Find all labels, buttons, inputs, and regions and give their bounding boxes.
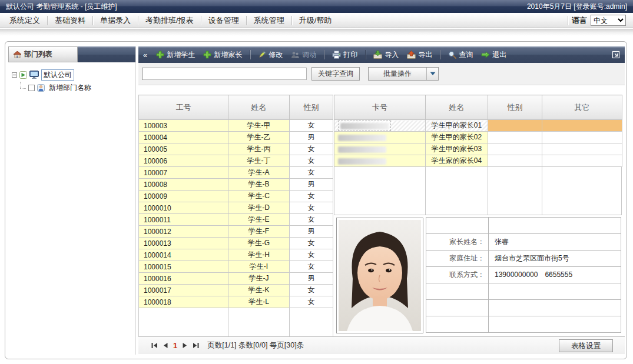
toolbar-button-1[interactable]: 新增家长 [200,49,245,61]
toolbar-button-label: 调动 [302,50,316,60]
app-window: 默认公司 考勤管理系统 - [员工维护] 2010年5月7日 [登录账号:adm… [0,0,633,364]
detail-value: 烟台市芝罘区面市街5号 [489,251,621,267]
tree-node-root[interactable]: 默认公司 [12,69,132,80]
parent-header-name: 姓名 [426,95,488,120]
student-gender-cell: 女 [290,296,333,308]
parent-card-cell [334,155,426,167]
sidebar-header: 部门列表 [8,46,135,62]
student-row[interactable]: 100004学生-乙男 [139,132,333,143]
sidebar-header-fill [78,46,135,62]
toolbar-button-6[interactable]: 导出 [404,49,435,61]
student-gender-cell: 女 [290,191,333,202]
detail-value: 张睿 [489,234,621,251]
student-row[interactable]: 1000012学生-F男 [139,226,333,238]
chevron-down-icon[interactable] [426,68,438,80]
parent-detail-table: 家长姓名：张睿家庭住址：烟台市芝罘区面市街5号联系方式：13900000000 … [426,217,621,333]
toolbar-button-5[interactable]: 导入 [370,49,402,61]
parent-other-cell [542,143,622,155]
tree-expander-icon[interactable] [12,72,17,78]
tree-node-label-company[interactable]: 默认公司 [41,69,74,81]
student-row[interactable]: 1000015学生-I女 [139,261,333,273]
student-row[interactable]: 100007学生-A女 [139,167,333,179]
student-row[interactable]: 100006学生-丁女 [139,155,333,167]
collapse-toolbar-button[interactable]: « [143,51,147,59]
department-sidebar: 部门列表 默认公司 [8,46,136,355]
student-name-cell: 学生-H [228,249,290,261]
menu-item-5[interactable]: 系统管理 [247,13,291,28]
student-row[interactable]: 1000011学生-E女 [139,214,333,226]
tree-checkbox[interactable] [28,85,35,91]
person-icon [37,84,45,92]
student-row[interactable]: 1000013学生-G女 [139,238,333,249]
plus-icon [203,51,211,59]
detail-row [426,218,621,234]
student-gender-cell: 女 [290,261,333,273]
next-page-icon[interactable] [183,343,187,348]
tab-department-list[interactable]: 部门列表 [8,46,78,62]
batch-operation-dropdown[interactable]: 批量操作 [368,67,439,81]
student-row[interactable]: 1000018学生-L女 [139,296,333,308]
student-name-cell: 学生-E [228,214,290,226]
student-id-cell: 100009 [139,191,228,202]
detail-value [489,283,621,300]
parent-row[interactable]: 学生甲的家长03 [334,143,622,155]
parent-row[interactable]: 学生甲的家长02 [334,132,622,143]
parent-row[interactable]: 学生家的家长04 [334,155,622,167]
student-table-empty-area [138,308,333,336]
student-row[interactable]: 1000016学生-J男 [139,273,333,285]
parent-table-header: 卡号 姓名 性别 其它 [334,95,622,120]
last-page-icon[interactable] [193,343,199,348]
student-row[interactable]: 100003学生-甲女 [139,120,333,132]
current-page-number: 1 [173,341,177,350]
enter-arrow-icon [19,71,27,79]
student-row[interactable]: 100005学生-丙女 [139,143,333,155]
pagination-summary: 页数[1/1] 条数[0/0] 每页[30]条 [207,340,304,350]
student-row[interactable]: 100009学生-C女 [139,191,333,202]
toolbar-button-7[interactable]: 查询 [445,49,476,61]
student-name-cell: 学生-丙 [228,143,290,155]
parent-card-cell [334,143,426,155]
toolbar-button-8[interactable]: 退出 [478,49,509,61]
student-row[interactable]: 1000014学生-H女 [139,249,333,261]
tree-node-department[interactable]: 新增部门名称 [20,82,132,93]
tree-node-label-newdept[interactable]: 新增部门名称 [47,83,93,93]
keyword-input[interactable] [142,68,307,80]
toolbar-button-label: 打印 [343,50,357,60]
title-bar: 默认公司 考勤管理系统 - [员工维护] 2010年5月7日 [登录账号:adm… [0,0,633,13]
student-row[interactable]: 1000010学生-D女 [139,202,333,214]
table-settings-button[interactable]: 表格设置 [559,339,613,352]
toolbar-button-2[interactable]: 修改 [255,49,286,61]
detail-label: 家长姓名： [426,234,489,251]
menu-item-1[interactable]: 基础资料 [48,13,92,28]
detail-value [489,300,621,316]
menu-item-3[interactable]: 考勤排班/报表 [138,13,201,28]
menu-item-2[interactable]: 单据录入 [93,13,138,28]
printer-icon [332,51,341,59]
language-select[interactable]: 中文 [591,15,626,26]
toolbar-divider [250,50,250,59]
parent-row[interactable]: 学生甲的家长01 [334,120,622,132]
toolbar-button-label: 导出 [418,50,432,60]
student-row[interactable]: 100008学生-B男 [139,179,333,191]
menu-bar: 系统定义基础资料单据录入考勤排班/报表设备管理系统管理升级/帮助 语言 中文 [0,13,633,28]
student-name-cell: 学生-F [228,226,290,238]
toolbar-button-0[interactable]: 新增学生 [153,49,198,61]
content-area: « 新增学生新增家长修改调动打印导入导出查询退出 关键字查询 批量操作 [138,46,625,356]
menu-item-0[interactable]: 系统定义 [2,13,47,28]
student-gender-cell: 女 [290,249,333,261]
window-restore-icon[interactable] [612,51,620,61]
student-gender-cell: 男 [290,226,333,238]
student-gender-cell: 男 [290,179,333,191]
detail-row: 家长姓名：张睿 [426,234,621,251]
menu-item-6[interactable]: 升级/帮助 [292,13,339,28]
home-icon [14,51,21,58]
blurred-card-number [338,158,386,165]
student-row[interactable]: 1000017学生-K女 [139,285,333,296]
menu-item-4[interactable]: 设备管理 [201,13,246,28]
prev-page-icon[interactable] [163,343,168,348]
first-page-icon[interactable] [151,343,158,348]
parent-other-cell [542,132,622,143]
toolbar-button-label: 查询 [459,50,473,60]
toolbar-button-4[interactable]: 打印 [329,49,360,61]
keyword-search-button[interactable]: 关键字查询 [311,67,360,81]
